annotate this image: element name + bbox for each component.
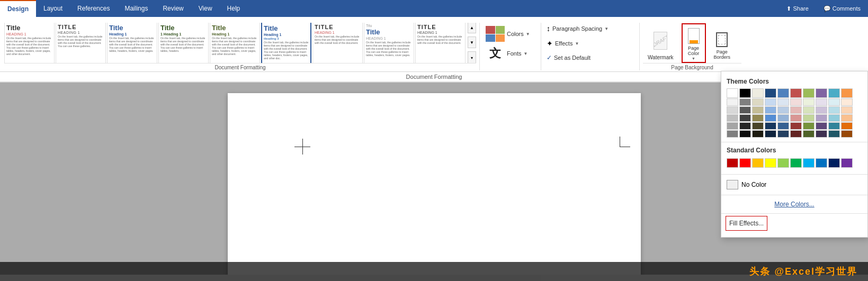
paragraph-spacing-button[interactable]: ↕ Paragraph Spacing ▼ (544, 23, 611, 34)
document-page[interactable] (228, 93, 641, 275)
theme-color-swatch[interactable] (765, 98, 776, 106)
theme-color-swatch[interactable] (727, 122, 738, 130)
gallery-scroll-up[interactable]: ▲ (468, 23, 476, 33)
theme-color-swatch[interactable] (727, 114, 738, 122)
theme-color-swatch[interactable] (790, 88, 802, 98)
std-color-swatch[interactable] (828, 158, 840, 168)
theme-color-swatch[interactable] (727, 106, 738, 114)
std-color-swatch[interactable] (777, 158, 789, 168)
theme-color-swatch[interactable] (816, 122, 827, 130)
theme-color-swatch[interactable] (828, 122, 840, 130)
gallery-scroll-down[interactable]: ▼ (468, 37, 476, 48)
theme-color-swatch[interactable] (739, 130, 751, 138)
std-color-swatch[interactable] (739, 158, 751, 168)
fonts-button[interactable]: 文 Fonts ▼ (483, 45, 538, 62)
theme-color-swatch[interactable] (828, 130, 840, 138)
std-color-swatch[interactable] (752, 158, 764, 168)
theme-color-swatch[interactable] (752, 114, 764, 122)
theme-color-swatch[interactable] (816, 98, 827, 106)
theme-color-swatch[interactable] (816, 114, 827, 122)
gallery-item-5[interactable]: Title Heading 1 On the Insert tab, the g… (210, 23, 260, 63)
colors-button[interactable]: Colors ▼ (483, 24, 538, 44)
theme-color-swatch[interactable] (816, 88, 827, 98)
std-color-swatch[interactable] (727, 158, 738, 168)
theme-color-swatch[interactable] (752, 88, 764, 98)
theme-color-swatch[interactable] (765, 106, 776, 114)
theme-color-swatch[interactable] (803, 88, 815, 98)
gallery-item-9[interactable]: TITLE HEADING 1 On the Insert tab, the g… (415, 23, 466, 63)
theme-color-swatch[interactable] (790, 130, 802, 138)
theme-color-swatch[interactable] (777, 98, 789, 106)
theme-color-swatch[interactable] (777, 88, 789, 98)
page-borders-button[interactable]: PageBorders (709, 27, 736, 63)
tab-review[interactable]: Review (155, 0, 191, 17)
gallery-item-7[interactable]: TITLE HEADING 1 On the Insert tab, the g… (312, 23, 363, 63)
gallery-scroll-more[interactable]: ▾ (468, 51, 476, 63)
tab-mailings[interactable]: Mailings (117, 0, 155, 17)
page-color-button[interactable]: PageColor ▼ (682, 23, 706, 63)
theme-color-swatch[interactable] (739, 98, 751, 106)
theme-color-swatch[interactable] (777, 122, 789, 130)
theme-color-swatch[interactable] (828, 88, 840, 98)
gallery-item-2[interactable]: TITLE HEADING 1 On the Insert tab, the g… (56, 23, 106, 63)
theme-color-swatch[interactable] (828, 114, 840, 122)
theme-color-swatch[interactable] (752, 98, 764, 106)
fill-effects-button[interactable]: Fill Effects... (726, 216, 767, 231)
theme-color-swatch[interactable] (828, 98, 840, 106)
theme-color-swatch[interactable] (777, 114, 789, 122)
theme-color-swatch[interactable] (739, 122, 751, 130)
theme-color-swatch[interactable] (841, 130, 853, 138)
std-color-swatch[interactable] (841, 158, 853, 168)
theme-color-swatch[interactable] (790, 98, 802, 106)
gallery-item-4[interactable]: Title 1 Heading 1 On the Insert tab, the… (158, 23, 209, 63)
set-as-default-button[interactable]: ✓ Set as Default (544, 52, 593, 63)
theme-color-swatch[interactable] (765, 88, 776, 98)
theme-color-swatch[interactable] (765, 130, 776, 138)
tab-layout[interactable]: Layout (36, 0, 70, 17)
std-color-swatch[interactable] (790, 158, 802, 168)
theme-color-swatch[interactable] (777, 106, 789, 114)
theme-color-swatch[interactable] (841, 122, 853, 130)
tab-design[interactable]: Design (0, 0, 36, 17)
tab-view[interactable]: View (191, 0, 220, 17)
effects-button[interactable]: ✦ Effects ▼ (544, 38, 581, 49)
gallery-item-1[interactable]: Title HEADING 1 On the Insert tab, the g… (4, 23, 55, 63)
theme-color-swatch[interactable] (739, 88, 751, 98)
theme-color-swatch[interactable] (803, 114, 815, 122)
theme-color-swatch[interactable] (841, 114, 853, 122)
more-colors-link[interactable]: More Colors... (721, 197, 867, 211)
comments-button[interactable]: 💬 Comments (816, 5, 868, 12)
gallery-item-8[interactable]: Titu Title HEADING 1 On the Insert tab, … (364, 23, 414, 63)
theme-color-swatch[interactable] (739, 114, 751, 122)
theme-color-swatch[interactable] (803, 98, 815, 106)
watermark-button[interactable]: DRAFT Watermark (643, 25, 678, 63)
theme-color-swatch[interactable] (828, 106, 840, 114)
gallery-item-3[interactable]: Title Heading 1 On the Insert tab, the g… (107, 23, 157, 63)
theme-color-swatch[interactable] (727, 98, 738, 106)
theme-color-swatch[interactable] (841, 88, 853, 98)
std-color-swatch[interactable] (765, 158, 776, 168)
theme-color-swatch[interactable] (816, 130, 827, 138)
theme-color-swatch[interactable] (790, 114, 802, 122)
tab-help[interactable]: Help (220, 0, 248, 17)
std-color-swatch[interactable] (803, 158, 815, 168)
gallery-item-6[interactable]: Title Heading 1 Heading 3 On the Insert … (261, 23, 311, 63)
theme-color-swatch[interactable] (803, 122, 815, 130)
theme-color-swatch[interactable] (803, 130, 815, 138)
theme-color-swatch[interactable] (790, 106, 802, 114)
theme-color-swatch[interactable] (739, 106, 751, 114)
theme-color-swatch[interactable] (765, 122, 776, 130)
theme-color-swatch[interactable] (752, 106, 764, 114)
theme-color-swatch[interactable] (777, 130, 789, 138)
theme-color-swatch[interactable] (841, 98, 853, 106)
theme-color-swatch[interactable] (841, 106, 853, 114)
theme-color-swatch[interactable] (816, 106, 827, 114)
theme-color-swatch[interactable] (803, 106, 815, 114)
theme-color-swatch[interactable] (765, 114, 776, 122)
share-button[interactable]: ⬆ Share (779, 5, 816, 12)
theme-color-swatch[interactable] (752, 130, 764, 138)
theme-color-swatch[interactable] (790, 122, 802, 130)
no-color-option[interactable]: No Color (721, 177, 867, 193)
theme-color-swatch[interactable] (727, 130, 738, 138)
std-color-swatch[interactable] (816, 158, 827, 168)
